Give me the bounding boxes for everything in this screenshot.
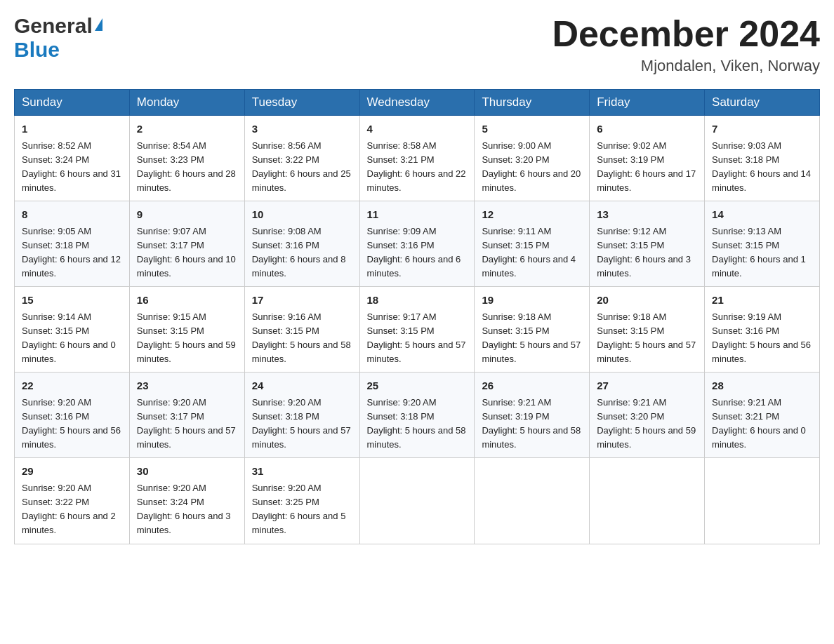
day-number: 5: [482, 121, 582, 137]
logo-general-text: General: [14, 14, 93, 38]
day-number: 16: [137, 293, 237, 309]
location-text: Mjondalen, Viken, Norway: [552, 57, 820, 75]
calendar-cell: 26Sunrise: 9:21 AMSunset: 3:19 PMDayligh…: [475, 373, 590, 458]
calendar-week-row: 22Sunrise: 9:20 AMSunset: 3:16 PMDayligh…: [15, 373, 820, 458]
day-number: 13: [597, 207, 697, 223]
calendar-cell: 30Sunrise: 9:20 AMSunset: 3:24 PMDayligh…: [129, 458, 244, 544]
day-info: Sunrise: 9:18 AMSunset: 3:15 PMDaylight:…: [597, 310, 697, 367]
calendar-cell: 1Sunrise: 8:52 AMSunset: 3:24 PMDaylight…: [15, 116, 130, 201]
calendar-cell: 2Sunrise: 8:54 AMSunset: 3:23 PMDaylight…: [129, 116, 244, 201]
header-friday: Friday: [590, 90, 705, 116]
day-number: 6: [597, 121, 697, 137]
day-number: 14: [712, 207, 812, 223]
day-number: 9: [137, 207, 237, 223]
calendar-week-row: 15Sunrise: 9:14 AMSunset: 3:15 PMDayligh…: [15, 287, 820, 373]
calendar-cell: 7Sunrise: 9:03 AMSunset: 3:18 PMDaylight…: [705, 116, 820, 201]
calendar-cell: 18Sunrise: 9:17 AMSunset: 3:15 PMDayligh…: [359, 287, 475, 373]
day-info: Sunrise: 9:20 AMSunset: 3:18 PMDaylight:…: [252, 396, 352, 452]
calendar-cell: 3Sunrise: 8:56 AMSunset: 3:22 PMDaylight…: [244, 116, 359, 201]
calendar-table: Sunday Monday Tuesday Wednesday Thursday…: [14, 89, 820, 544]
day-number: 19: [482, 293, 582, 309]
day-number: 11: [367, 207, 468, 223]
page-header: General Blue December 2024 Mjondalen, Vi…: [14, 14, 820, 75]
day-info: Sunrise: 9:12 AMSunset: 3:15 PMDaylight:…: [597, 224, 697, 281]
calendar-cell: 10Sunrise: 9:08 AMSunset: 3:16 PMDayligh…: [244, 201, 359, 287]
day-info: Sunrise: 9:07 AMSunset: 3:17 PMDaylight:…: [137, 224, 237, 281]
month-title: December 2024: [552, 14, 820, 54]
header-saturday: Saturday: [705, 90, 820, 116]
calendar-cell: 23Sunrise: 9:20 AMSunset: 3:17 PMDayligh…: [129, 373, 244, 458]
day-number: 2: [137, 121, 237, 137]
day-info: Sunrise: 9:20 AMSunset: 3:25 PMDaylight:…: [252, 481, 352, 538]
calendar-cell: 14Sunrise: 9:13 AMSunset: 3:15 PMDayligh…: [705, 201, 820, 287]
day-info: Sunrise: 9:20 AMSunset: 3:22 PMDaylight:…: [22, 481, 122, 538]
day-info: Sunrise: 9:21 AMSunset: 3:21 PMDaylight:…: [712, 396, 812, 452]
day-number: 30: [137, 464, 237, 480]
day-number: 31: [252, 464, 352, 480]
header-tuesday: Tuesday: [244, 90, 359, 116]
day-number: 8: [22, 207, 122, 223]
day-info: Sunrise: 9:15 AMSunset: 3:15 PMDaylight:…: [137, 310, 237, 367]
logo-blue-text: Blue: [14, 38, 60, 61]
day-info: Sunrise: 9:20 AMSunset: 3:17 PMDaylight:…: [137, 396, 237, 452]
day-info: Sunrise: 9:20 AMSunset: 3:18 PMDaylight:…: [367, 396, 468, 452]
calendar-cell: 27Sunrise: 9:21 AMSunset: 3:20 PMDayligh…: [590, 373, 705, 458]
header-thursday: Thursday: [475, 90, 590, 116]
calendar-week-row: 8Sunrise: 9:05 AMSunset: 3:18 PMDaylight…: [15, 201, 820, 287]
day-number: 28: [712, 378, 812, 394]
calendar-cell: 15Sunrise: 9:14 AMSunset: 3:15 PMDayligh…: [15, 287, 130, 373]
calendar-cell: 8Sunrise: 9:05 AMSunset: 3:18 PMDaylight…: [15, 201, 130, 287]
calendar-cell: 9Sunrise: 9:07 AMSunset: 3:17 PMDaylight…: [129, 201, 244, 287]
day-number: 4: [367, 121, 468, 137]
day-info: Sunrise: 9:16 AMSunset: 3:15 PMDaylight:…: [252, 310, 352, 367]
day-info: Sunrise: 8:58 AMSunset: 3:21 PMDaylight:…: [367, 139, 468, 196]
calendar-cell: 28Sunrise: 9:21 AMSunset: 3:21 PMDayligh…: [705, 373, 820, 458]
calendar-cell: 6Sunrise: 9:02 AMSunset: 3:19 PMDaylight…: [590, 116, 705, 201]
day-number: 22: [22, 378, 122, 394]
day-number: 1: [22, 121, 122, 137]
day-info: Sunrise: 9:21 AMSunset: 3:19 PMDaylight:…: [482, 396, 582, 452]
day-info: Sunrise: 9:14 AMSunset: 3:15 PMDaylight:…: [22, 310, 122, 367]
calendar-cell: [590, 458, 705, 544]
logo-arrow-icon: [95, 18, 102, 31]
day-info: Sunrise: 9:00 AMSunset: 3:20 PMDaylight:…: [482, 139, 582, 196]
day-number: 24: [252, 378, 352, 394]
calendar-cell: 25Sunrise: 9:20 AMSunset: 3:18 PMDayligh…: [359, 373, 475, 458]
title-section: December 2024 Mjondalen, Viken, Norway: [552, 14, 820, 75]
day-info: Sunrise: 9:19 AMSunset: 3:16 PMDaylight:…: [712, 310, 812, 367]
calendar-cell: 20Sunrise: 9:18 AMSunset: 3:15 PMDayligh…: [590, 287, 705, 373]
day-info: Sunrise: 9:20 AMSunset: 3:24 PMDaylight:…: [137, 481, 237, 538]
day-number: 15: [22, 293, 122, 309]
day-info: Sunrise: 9:05 AMSunset: 3:18 PMDaylight:…: [22, 224, 122, 281]
day-number: 23: [137, 378, 237, 394]
day-number: 12: [482, 207, 582, 223]
day-info: Sunrise: 9:21 AMSunset: 3:20 PMDaylight:…: [597, 396, 697, 452]
day-info: Sunrise: 9:02 AMSunset: 3:19 PMDaylight:…: [597, 139, 697, 196]
day-number: 3: [252, 121, 352, 137]
day-number: 26: [482, 378, 582, 394]
day-number: 29: [22, 464, 122, 480]
day-number: 21: [712, 293, 812, 309]
day-info: Sunrise: 9:03 AMSunset: 3:18 PMDaylight:…: [712, 139, 812, 196]
day-info: Sunrise: 9:18 AMSunset: 3:15 PMDaylight:…: [482, 310, 582, 367]
day-info: Sunrise: 8:54 AMSunset: 3:23 PMDaylight:…: [137, 139, 237, 196]
day-info: Sunrise: 9:11 AMSunset: 3:15 PMDaylight:…: [482, 224, 582, 281]
day-number: 7: [712, 121, 812, 137]
day-number: 25: [367, 378, 468, 394]
calendar-cell: [475, 458, 590, 544]
day-info: Sunrise: 9:20 AMSunset: 3:16 PMDaylight:…: [22, 396, 122, 452]
calendar-cell: 31Sunrise: 9:20 AMSunset: 3:25 PMDayligh…: [244, 458, 359, 544]
calendar-header-row: Sunday Monday Tuesday Wednesday Thursday…: [15, 90, 820, 116]
day-number: 20: [597, 293, 697, 309]
day-info: Sunrise: 9:17 AMSunset: 3:15 PMDaylight:…: [367, 310, 468, 367]
calendar-cell: 5Sunrise: 9:00 AMSunset: 3:20 PMDaylight…: [475, 116, 590, 201]
day-info: Sunrise: 8:52 AMSunset: 3:24 PMDaylight:…: [22, 139, 122, 196]
calendar-cell: 16Sunrise: 9:15 AMSunset: 3:15 PMDayligh…: [129, 287, 244, 373]
calendar-cell: 29Sunrise: 9:20 AMSunset: 3:22 PMDayligh…: [15, 458, 130, 544]
header-wednesday: Wednesday: [359, 90, 475, 116]
calendar-cell: 4Sunrise: 8:58 AMSunset: 3:21 PMDaylight…: [359, 116, 475, 201]
calendar-cell: 21Sunrise: 9:19 AMSunset: 3:16 PMDayligh…: [705, 287, 820, 373]
day-number: 18: [367, 293, 468, 309]
day-info: Sunrise: 9:13 AMSunset: 3:15 PMDaylight:…: [712, 224, 812, 281]
header-sunday: Sunday: [15, 90, 130, 116]
